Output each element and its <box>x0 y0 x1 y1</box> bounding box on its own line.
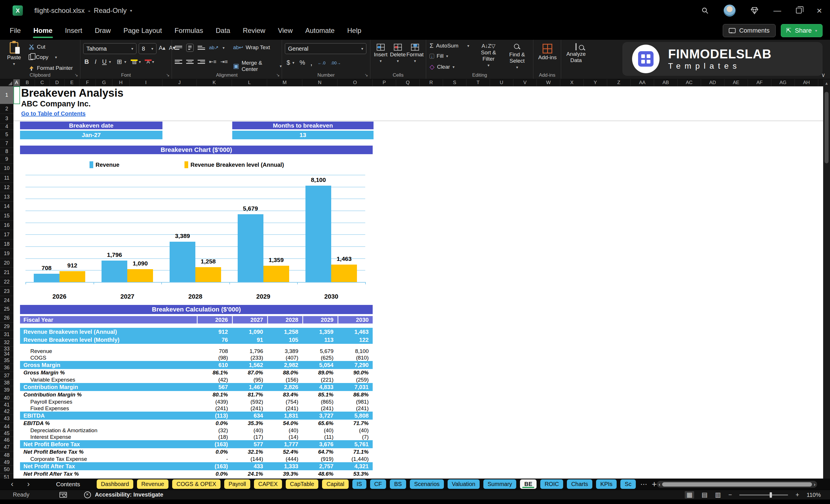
menu-tab-data[interactable]: Data <box>210 23 236 38</box>
row-header-24[interactable]: 24 <box>0 296 13 305</box>
cell-value[interactable]: (98) <box>197 354 232 361</box>
column-header-T[interactable]: T <box>467 79 490 86</box>
italic-button[interactable]: I <box>95 59 96 65</box>
cell-value[interactable]: (1,440) <box>338 456 373 462</box>
cell-value[interactable]: (981) <box>338 399 373 405</box>
horizontal-scrollbar-thumb[interactable] <box>662 482 812 486</box>
new-sheet-button[interactable]: + <box>652 479 657 489</box>
column-header-R[interactable]: R <box>420 79 443 86</box>
cell-value[interactable]: 1,463 <box>338 328 373 336</box>
cell-value[interactable]: 4,321 <box>338 462 373 470</box>
align-center-button[interactable] <box>186 60 194 64</box>
row-header-35[interactable]: 35 <box>0 357 13 364</box>
sheet-tab-cf[interactable]: CF <box>370 479 386 489</box>
number-format-select[interactable]: General ▾ <box>285 43 366 54</box>
row-label[interactable]: Net Profit Before Tax % <box>24 448 84 456</box>
row-header-41[interactable]: 41 <box>0 402 13 408</box>
cell-value[interactable]: (919) <box>302 456 338 462</box>
bar-revenue-2026[interactable] <box>34 274 60 282</box>
user-avatar[interactable] <box>724 5 736 17</box>
column-header-P[interactable]: P <box>373 79 396 86</box>
column-header-N[interactable]: N <box>302 79 338 86</box>
clear-button[interactable]: ◇ Clear ▾ <box>429 64 454 70</box>
row-header-48[interactable]: 48 <box>0 451 13 459</box>
row-header-43[interactable]: 43 <box>0 415 13 423</box>
row-header-16[interactable]: 16 <box>0 221 13 230</box>
cell-value[interactable]: 8,100 <box>338 348 373 354</box>
cell-value[interactable]: (444) <box>267 456 302 462</box>
cell-value[interactable]: 1,467 <box>232 383 267 391</box>
column-header-A[interactable]: A <box>13 79 20 86</box>
row-header-19[interactable]: 19 <box>0 249 13 258</box>
cell-value[interactable]: 65.6% <box>302 420 338 427</box>
cell-value[interactable]: 24.1% <box>232 470 267 478</box>
row-header-14[interactable]: 14 <box>0 202 13 211</box>
column-header-AD[interactable]: AD <box>701 79 725 86</box>
percent-format-button[interactable]: % <box>299 60 305 66</box>
cell-value[interactable]: (113) <box>197 412 232 420</box>
analyze-data-button[interactable]: Analyze Data <box>564 44 588 63</box>
fiscal-year-2027[interactable]: 2027 <box>232 316 267 323</box>
cell-value[interactable]: 89.0% <box>302 369 338 376</box>
sheet-tab-captable[interactable]: CapTable <box>286 479 319 489</box>
breakeven-date-value[interactable]: Jan-27 <box>20 131 162 139</box>
bar-revenue-2029[interactable] <box>238 214 263 282</box>
column-header-AH[interactable]: AH <box>795 79 818 86</box>
cell-value[interactable]: 85.1% <box>302 391 338 399</box>
share-button[interactable]: ⇱ Share ▾ <box>781 24 823 37</box>
row-header-44[interactable]: 44 <box>0 423 13 431</box>
months-to-breakeven-value[interactable]: 13 <box>232 131 374 139</box>
copy-button[interactable]: Copy ▾ <box>29 54 57 60</box>
column-header-AE[interactable]: AE <box>725 79 748 86</box>
sheet-tab-contents[interactable]: Contents <box>56 481 80 488</box>
column-header-AB[interactable]: AB <box>654 79 677 86</box>
cell-value[interactable]: 1,796 <box>232 348 267 354</box>
column-header-O[interactable]: O <box>338 79 373 86</box>
cell-value[interactable]: 35.3% <box>232 420 267 427</box>
cell-value[interactable]: 912 <box>197 328 232 336</box>
font-dialog-launcher[interactable]: ↘ <box>166 72 169 77</box>
cell-value[interactable]: 91 <box>232 336 267 344</box>
cell-value[interactable]: 610 <box>197 361 232 369</box>
cell-value[interactable]: 105 <box>267 336 302 344</box>
font-color-button[interactable]: A <box>147 60 150 64</box>
cell-value[interactable]: 5,054 <box>302 361 338 369</box>
column-header-Y[interactable]: Y <box>584 79 607 86</box>
comma-format-button[interactable]: , <box>310 59 313 67</box>
cell-value[interactable]: (40) <box>302 427 338 434</box>
cell-value[interactable]: (40) <box>267 427 302 434</box>
column-header-D[interactable]: D <box>50 79 65 86</box>
cell-value[interactable]: 80.1% <box>197 391 232 399</box>
cell-value[interactable]: 32.1% <box>232 448 267 456</box>
row-header-21[interactable]: 21 <box>0 268 13 277</box>
cell-value[interactable]: 81.7% <box>232 391 267 399</box>
column-header-G[interactable]: G <box>96 79 113 86</box>
sheet-tab-charts[interactable]: Charts <box>567 479 592 489</box>
row-header-51[interactable]: 51 <box>0 474 13 478</box>
fill-button[interactable]: ↓ Fill ▾ <box>429 53 448 59</box>
middle-align-button[interactable] <box>186 44 194 52</box>
cell-value[interactable]: 7,290 <box>338 361 373 369</box>
cell-value[interactable]: (163) <box>197 440 232 448</box>
cell-value[interactable]: 90.0% <box>338 369 373 376</box>
cell-value[interactable]: 86.8% <box>338 391 373 399</box>
worksheet[interactable]: 1234578910111213141516171819202122232425… <box>0 86 823 478</box>
premium-diamond-icon[interactable] <box>751 7 759 14</box>
align-right-button[interactable] <box>198 60 205 64</box>
row-label[interactable]: Revenue <box>30 348 52 354</box>
row-label[interactable]: Gross Margin <box>24 361 60 369</box>
cell-value[interactable]: (7) <box>338 434 373 440</box>
cell-value[interactable]: 1,090 <box>232 328 267 336</box>
row-label[interactable]: EBITDA % <box>24 420 50 427</box>
cell-value[interactable]: 71.7% <box>338 420 373 427</box>
cell-value[interactable]: 3,727 <box>302 412 338 420</box>
zoom-out-button[interactable]: − <box>729 492 732 498</box>
row-label[interactable]: Contribution Margin % <box>24 391 82 399</box>
row-header-46[interactable]: 46 <box>0 437 13 443</box>
top-align-button[interactable] <box>175 46 182 50</box>
borders-button[interactable]: ⊞ <box>117 59 122 65</box>
decrease-decimal-button[interactable]: .00→ <box>331 61 341 65</box>
cell-value[interactable]: 5,808 <box>338 412 373 420</box>
insert-cells-button[interactable]: Insert ▾ <box>373 44 389 63</box>
row-header-45[interactable]: 45 <box>0 431 13 437</box>
